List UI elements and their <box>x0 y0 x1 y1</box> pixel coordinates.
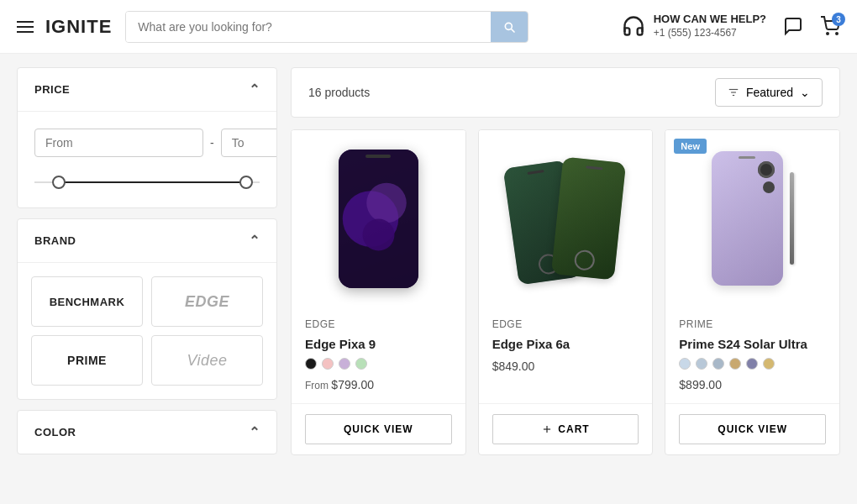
brand-videe[interactable]: Videe <box>151 335 263 386</box>
sort-label: Featured <box>746 86 793 99</box>
product-actions-s24: QUICK VIEW <box>665 403 839 454</box>
header-right: HOW CAN WE HELP? +1 (555) 123-4567 3 <box>622 13 840 39</box>
product-name-pixa6a: Edge Pixa 6a <box>492 337 639 351</box>
price-separator: - <box>210 136 214 150</box>
brand-benchmark[interactable]: BENCHMARK <box>31 276 143 327</box>
color-filter-header: COLOR ⌃ <box>18 411 276 454</box>
swatch-medium-gray[interactable] <box>712 358 724 370</box>
color-filter-label: COLOR <box>34 426 76 438</box>
swatch-gold[interactable] <box>763 358 775 370</box>
sort-button[interactable]: Featured ⌄ <box>715 78 823 107</box>
support-info: HOW CAN WE HELP? +1 (555) 123-4567 <box>622 13 766 39</box>
product-image-s24: New <box>665 130 839 307</box>
brand-edge[interactable]: EDGE <box>151 276 263 327</box>
brand-prime[interactable]: PRIME <box>31 335 143 386</box>
swatch-gray-blue[interactable] <box>696 358 707 370</box>
product-card-prime-s24: New PRIME <box>665 129 840 455</box>
brand-filter-section: BRAND ⌃ BENCHMARK EDGE PRIME Videe <box>17 218 277 400</box>
color-filter-section: COLOR ⌃ <box>17 410 277 454</box>
swatches-pixa9 <box>305 358 452 370</box>
swatch-purple[interactable] <box>339 358 350 370</box>
svg-point-1 <box>836 33 838 34</box>
product-info-pixa6a: EDGE Edge Pixa 6a $849.00 <box>479 307 653 403</box>
product-image-pixa9 <box>292 130 465 307</box>
price-filter-body: - <box>18 112 276 207</box>
price-filter-section: PRICE ⌃ - <box>17 67 277 208</box>
product-actions-pixa9: QUICK VIEW <box>292 403 465 454</box>
support-text: HOW CAN WE HELP? +1 (555) 123-4567 <box>654 13 766 39</box>
sidebar: PRICE ⌃ - BRAND ⌃ <box>17 67 277 491</box>
price-filter-header: PRICE ⌃ <box>18 68 276 112</box>
search-icon <box>502 20 516 34</box>
price-filter-label: PRICE <box>34 83 70 96</box>
brand-chevron-icon[interactable]: ⌃ <box>249 233 260 249</box>
color-chevron-icon[interactable]: ⌃ <box>249 424 260 440</box>
swatch-tan[interactable] <box>729 358 741 370</box>
product-card-edge-pixa-6a: EDGE Edge Pixa 6a $849.00 CART <box>478 129 654 455</box>
content-header: 16 products Featured ⌄ <box>291 67 840 118</box>
quick-view-button-pixa9[interactable]: QUICK VIEW <box>305 414 452 444</box>
price-from-input[interactable] <box>34 129 203 157</box>
product-name-pixa9: Edge Pixa 9 <box>305 337 452 351</box>
sort-icon <box>728 87 739 98</box>
logo: IGNITE <box>45 16 112 38</box>
swatch-slate[interactable] <box>746 358 758 370</box>
products-grid: EDGE Edge Pixa 9 From $799.00 QUICK VIEW <box>291 129 840 455</box>
price-range-slider[interactable] <box>34 174 260 191</box>
brand-prime-label: PRIME <box>67 354 107 367</box>
product-card-edge-pixa-9: EDGE Edge Pixa 9 From $799.00 QUICK VIEW <box>291 129 466 455</box>
product-info-s24: PRIME Prime S24 Solar Ultra $899.00 <box>665 307 839 403</box>
swatch-green[interactable] <box>355 358 367 370</box>
quick-view-button-s24[interactable]: QUICK VIEW <box>679 414 826 444</box>
price-chevron-icon[interactable]: ⌃ <box>249 81 260 97</box>
cart-add-icon <box>541 423 553 435</box>
new-badge: New <box>674 139 707 154</box>
headset-button[interactable] <box>622 14 645 38</box>
product-brand-s24: PRIME <box>679 318 826 330</box>
brand-edge-label: EDGE <box>185 293 229 311</box>
support-phone: +1 (555) 123-4567 <box>654 27 766 40</box>
product-price-s24: $899.00 <box>679 378 826 391</box>
swatch-pink[interactable] <box>322 358 334 370</box>
header: IGNITE HOW CAN WE HELP? +1 (555) 123-456… <box>0 0 857 54</box>
product-brand-pixa6a: EDGE <box>492 318 639 330</box>
svg-point-0 <box>827 33 828 34</box>
cart-button-pixa6a[interactable]: CART <box>492 414 639 444</box>
content-area: 16 products Featured ⌄ <box>291 67 840 491</box>
product-price-pixa9: From $799.00 <box>305 378 452 391</box>
product-brand-pixa9: EDGE <box>305 318 452 330</box>
search-input[interactable] <box>126 12 491 42</box>
product-name-s24: Prime S24 Solar Ultra <box>679 337 826 351</box>
range-thumb-right[interactable] <box>239 176 253 189</box>
product-actions-pixa6a: CART <box>479 403 653 454</box>
price-to-input[interactable] <box>221 129 277 157</box>
chat-button[interactable] <box>783 16 803 36</box>
hamburger-menu[interactable] <box>17 21 34 33</box>
brand-filter-header: BRAND ⌃ <box>18 219 276 263</box>
price-inputs: - <box>34 129 260 157</box>
sort-chevron-icon: ⌄ <box>800 86 810 99</box>
swatch-black[interactable] <box>305 358 317 370</box>
product-info-pixa9: EDGE Edge Pixa 9 From $799.00 <box>292 307 465 403</box>
search-bar <box>125 11 528 43</box>
range-thumb-left[interactable] <box>52 176 66 189</box>
cart-badge: 3 <box>832 13 845 26</box>
brand-benchmark-label: BENCHMARK <box>50 296 125 308</box>
swatches-s24 <box>679 358 826 370</box>
brand-filter-body: BENCHMARK EDGE PRIME Videe <box>18 263 276 399</box>
brand-videe-label: Videe <box>187 352 227 370</box>
brand-filter-label: BRAND <box>34 234 76 247</box>
product-image-pixa6a <box>479 130 653 307</box>
main-layout: PRICE ⌃ - BRAND ⌃ <box>0 54 857 504</box>
swatch-light-blue[interactable] <box>679 358 691 370</box>
range-fill <box>57 181 249 183</box>
header-left: IGNITE <box>17 16 112 38</box>
chat-icon <box>783 16 803 36</box>
headset-icon <box>622 14 645 38</box>
support-label: HOW CAN WE HELP? <box>654 13 766 27</box>
search-button[interactable] <box>491 12 528 42</box>
product-price-pixa6a: $849.00 <box>492 360 639 373</box>
product-count: 16 products <box>308 86 370 99</box>
cart-button[interactable]: 3 <box>820 16 840 36</box>
